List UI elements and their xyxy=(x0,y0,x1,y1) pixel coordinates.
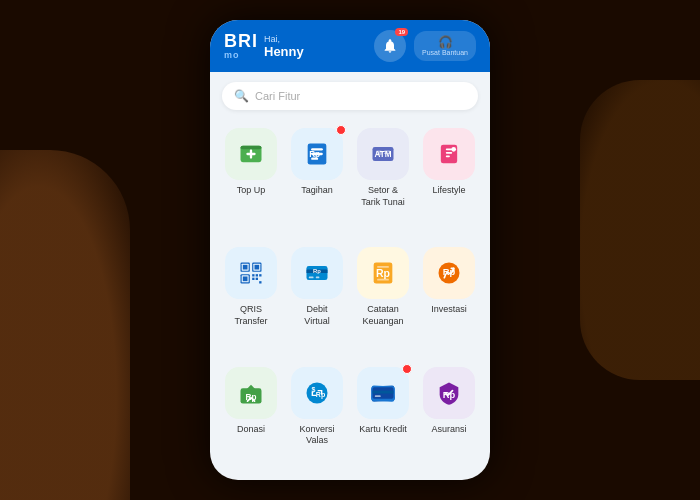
svg-rect-36 xyxy=(377,279,389,281)
menu-item-debit[interactable]: Rp DebitVirtual xyxy=(284,239,350,356)
svg-rect-48 xyxy=(375,395,381,397)
menu-item-setor[interactable]: ATM Setor &Tarik Tunai xyxy=(350,120,416,237)
svg-rect-15 xyxy=(243,265,248,270)
menu-item-lifestyle[interactable]: Lifestyle xyxy=(416,120,482,237)
greeting-text: Hai, xyxy=(264,34,374,44)
konversi-icon: $ Rp xyxy=(303,379,331,407)
bell-icon xyxy=(382,38,398,54)
debit-label: DebitVirtual xyxy=(304,304,329,327)
setor-icon: ATM xyxy=(369,140,397,168)
kartu-icon-wrap xyxy=(357,367,409,419)
menu-item-asuransi[interactable]: Rp Asuransi xyxy=(416,359,482,476)
svg-rect-35 xyxy=(377,266,389,268)
tagihan-icon-wrap: Rp xyxy=(291,128,343,180)
svg-rect-18 xyxy=(255,265,260,270)
svg-rect-31 xyxy=(316,277,320,279)
menu-item-konversi[interactable]: $ Rp KonversiValas xyxy=(284,359,350,476)
bri-text: BRI xyxy=(224,32,258,50)
investasi-icon-wrap: Rp xyxy=(423,247,475,299)
konversi-label: KonversiValas xyxy=(299,424,334,447)
search-icon: 🔍 xyxy=(234,89,249,103)
konversi-icon-wrap: $ Rp xyxy=(291,367,343,419)
donasi-icon: Rp xyxy=(237,379,265,407)
menu-grid: Top Up Rp Tagihan xyxy=(210,116,490,480)
svg-text:Rp: Rp xyxy=(313,268,321,274)
header-actions: 19 🎧 Pusat Bantuan xyxy=(374,30,476,62)
svg-rect-22 xyxy=(252,274,254,276)
svg-rect-26 xyxy=(256,278,258,280)
notification-button[interactable]: 19 xyxy=(374,30,406,62)
asuransi-icon: Rp xyxy=(435,379,463,407)
svg-point-12 xyxy=(451,147,456,152)
qris-icon xyxy=(237,259,265,287)
header-greeting: Hai, Henny xyxy=(264,34,374,59)
menu-item-kartu[interactable]: Kartu Kredit xyxy=(350,359,416,476)
catatan-icon-wrap: Rp xyxy=(357,247,409,299)
donasi-label: Donasi xyxy=(237,424,265,436)
kartu-label: Kartu Kredit xyxy=(359,424,407,436)
menu-item-tagihan[interactable]: Rp Tagihan xyxy=(284,120,350,237)
svg-rect-1 xyxy=(241,146,262,150)
donasi-icon-wrap: Rp xyxy=(225,367,277,419)
svg-rect-24 xyxy=(259,274,261,276)
topup-label: Top Up xyxy=(237,185,266,197)
help-label: Pusat Bantuan xyxy=(422,49,468,57)
svg-rect-23 xyxy=(256,274,258,276)
help-button[interactable]: 🎧 Pusat Bantuan xyxy=(414,31,476,61)
qris-icon-wrap xyxy=(225,247,277,299)
svg-rect-21 xyxy=(243,277,248,282)
menu-item-topup[interactable]: Top Up xyxy=(218,120,284,237)
kartu-icon xyxy=(369,379,397,407)
menu-item-catatan[interactable]: Rp CatatanKeuangan xyxy=(350,239,416,356)
notif-badge: 19 xyxy=(395,28,408,36)
svg-rect-11 xyxy=(384,153,390,154)
investasi-icon: Rp xyxy=(435,259,463,287)
topup-icon-wrap xyxy=(225,128,277,180)
asuransi-icon-wrap: Rp xyxy=(423,367,475,419)
menu-item-qris[interactable]: QRISTransfer xyxy=(218,239,284,356)
qris-label: QRISTransfer xyxy=(234,304,267,327)
svg-text:Rp: Rp xyxy=(376,267,390,279)
svg-rect-47 xyxy=(373,390,394,393)
app-header: BRI mo Hai, Henny 19 🎧 Pusat Bantuan xyxy=(210,20,490,72)
setor-label: Setor &Tarik Tunai xyxy=(361,185,405,208)
kartu-notification-dot xyxy=(402,364,412,374)
svg-rect-10 xyxy=(384,151,390,152)
menu-item-donasi[interactable]: Rp Donasi xyxy=(218,359,284,476)
mo-text: mo xyxy=(224,50,258,60)
headset-icon: 🎧 xyxy=(438,35,453,49)
brimo-logo: BRI mo xyxy=(224,32,258,60)
search-placeholder: Cari Fitur xyxy=(255,90,300,102)
phone-screen: BRI mo Hai, Henny 19 🎧 Pusat Bantuan xyxy=(210,20,490,480)
svg-text:Rp: Rp xyxy=(316,390,325,398)
svg-rect-9 xyxy=(376,151,382,156)
topup-icon xyxy=(237,140,265,168)
search-bar[interactable]: 🔍 Cari Fitur xyxy=(222,82,478,110)
lifestyle-label: Lifestyle xyxy=(432,185,465,197)
asuransi-label: Asuransi xyxy=(431,424,466,436)
investasi-label: Investasi xyxy=(431,304,467,316)
menu-item-investasi[interactable]: Rp Investasi xyxy=(416,239,482,356)
setor-icon-wrap: ATM xyxy=(357,128,409,180)
tagihan-icon: Rp xyxy=(303,140,331,168)
svg-text:Rp: Rp xyxy=(309,150,320,159)
tagihan-label: Tagihan xyxy=(301,185,333,197)
catatan-label: CatatanKeuangan xyxy=(362,304,403,327)
user-name: Henny xyxy=(264,44,374,59)
debit-icon: Rp xyxy=(303,259,331,287)
lifestyle-icon-wrap xyxy=(423,128,475,180)
svg-rect-30 xyxy=(309,277,314,279)
debit-icon-wrap: Rp xyxy=(291,247,343,299)
svg-rect-27 xyxy=(259,281,261,283)
tagihan-notification-dot xyxy=(336,125,346,135)
lifestyle-icon xyxy=(435,140,463,168)
catatan-icon: Rp xyxy=(369,259,397,287)
svg-rect-25 xyxy=(252,278,254,280)
